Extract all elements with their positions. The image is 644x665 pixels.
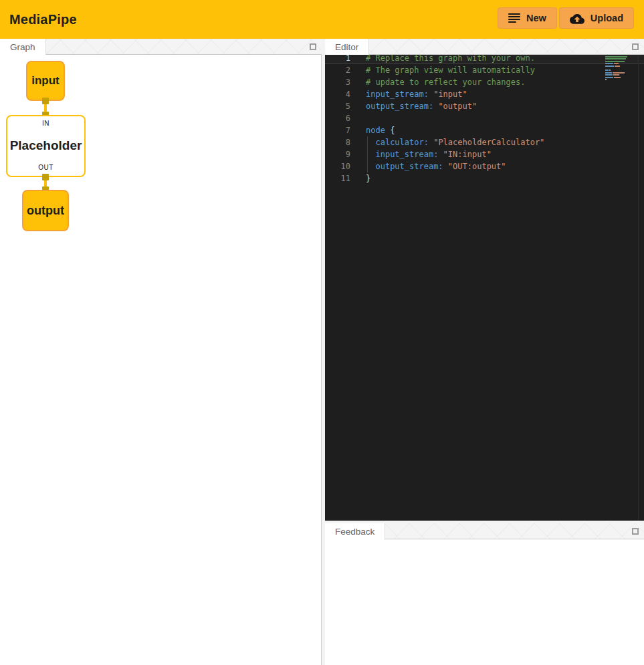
upload-button-label: Upload [591,13,623,23]
graph-tabbar: Graph [0,39,322,55]
code-line-2[interactable]: 2# The graph view will automatically [325,64,644,76]
feedback-tabbar: Feedback [325,523,644,539]
new-button-label: New [526,13,546,23]
output-pin [42,98,49,104]
code-text [350,112,366,124]
maximize-icon[interactable] [310,43,316,50]
code-line-7[interactable]: 7node { [325,124,644,136]
line-number: 2 [325,64,350,76]
output-pin [42,174,49,180]
minimap[interactable] [605,56,629,81]
maximize-icon[interactable] [632,43,639,50]
graph-panel: Graph input IN Placeholder OUT output [0,39,322,665]
tab-feedback[interactable]: Feedback [325,523,385,540]
code-text: input_stream: "IN:input" [350,148,492,160]
graph-node-output[interactable]: output [22,190,69,231]
node-label: output [27,204,64,218]
code-text: output_stream: "output" [350,100,477,112]
in-port-label: IN [42,120,49,127]
code-text: # update to reflect your changes. [350,76,525,88]
line-number: 10 [325,160,350,172]
new-button[interactable]: New [498,7,557,29]
graph-canvas[interactable]: input IN Placeholder OUT output [0,55,322,665]
tab-editor[interactable]: Editor [325,39,368,55]
line-number: 6 [325,112,350,124]
code-text: output_stream: "OUT:output" [350,160,506,172]
code-text: input_stream: "input" [350,88,467,100]
cloud-upload-icon [570,13,584,24]
graph-node-placeholder[interactable]: IN Placeholder OUT [6,115,86,177]
code-line-11[interactable]: 11} [325,172,644,184]
list-icon [508,13,520,23]
line-number: 5 [325,100,350,112]
tab-graph[interactable]: Graph [0,39,45,55]
code-editor[interactable]: 1# Replace this graph with your own.2# T… [325,55,644,521]
line-number: 3 [325,76,350,88]
line-number: 7 [325,124,350,136]
header-buttons: New Upload [498,7,634,29]
editor-panel: Editor 1# Replace this graph with your o… [325,39,644,521]
code-text: # Replace this graph with your own. [350,55,535,64]
app-header: MediaPipe New Upload [0,0,644,39]
code-line-9[interactable]: 9 input_stream: "IN:input" [325,148,644,160]
feedback-panel: Feedback [325,523,644,665]
graph-node-input[interactable]: input [26,61,65,101]
line-number: 9 [325,148,350,160]
feedback-content [325,539,644,665]
code-line-5[interactable]: 5output_stream: "output" [325,100,644,112]
upload-button[interactable]: Upload [559,7,634,29]
code-line-6[interactable]: 6 [325,112,644,124]
code-lines: 1# Replace this graph with your own.2# T… [325,55,644,184]
line-number: 11 [325,172,350,184]
node-label: Placeholder [10,138,82,153]
line-number: 8 [325,136,350,148]
out-port-label: OUT [38,164,53,171]
node-label: input [31,74,60,88]
app-title: MediaPipe [9,12,77,27]
line-number: 4 [325,88,350,100]
overview-ruler [638,55,639,521]
line-number: 1 [325,55,350,64]
code-text: calculator: "PlaceholderCalculator" [350,136,544,148]
code-text: # The graph view will automatically [350,64,535,76]
editor-tabbar: Editor [325,39,644,55]
code-text: node { [350,124,395,136]
code-line-10[interactable]: 10 output_stream: "OUT:output" [325,160,644,172]
code-line-8[interactable]: 8 calculator: "PlaceholderCalculator" [325,136,644,148]
code-line-3[interactable]: 3# update to reflect your changes. [325,76,644,88]
code-line-4[interactable]: 4input_stream: "input" [325,88,644,100]
code-text: } [350,172,370,184]
maximize-icon[interactable] [632,528,639,535]
code-line-1[interactable]: 1# Replace this graph with your own. [325,55,644,64]
